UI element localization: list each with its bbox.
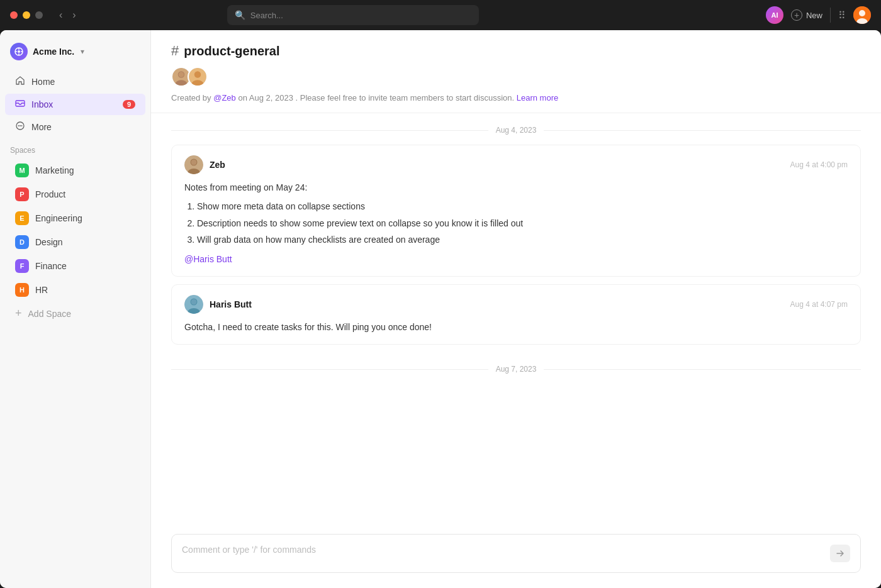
finance-badge: F — [15, 259, 29, 273]
date-line-right-2 — [544, 369, 861, 370]
haris-author-name: Haris Butt — [210, 299, 252, 309]
ai-avatar: AI — [766, 6, 783, 24]
zeb-list: Show more meta data on collapse sections… — [184, 199, 848, 247]
inbox-badge: 9 — [123, 100, 135, 109]
search-icon: 🔍 — [235, 10, 245, 20]
channel-header: # product-general — [151, 30, 881, 113]
sidebar-item-design-label: Design — [35, 237, 63, 247]
fullscreen-wc[interactable] — [35, 11, 43, 19]
forward-button[interactable]: › — [69, 8, 79, 22]
workspace-logo-icon — [14, 47, 24, 57]
new-button[interactable]: + New — [791, 9, 822, 21]
sidebar-item-hr-label: HR — [35, 285, 48, 295]
svg-point-24 — [191, 160, 197, 165]
hr-badge: H — [15, 283, 29, 297]
message-header-zeb: Zeb Aug 4 at 4:00 pm — [184, 155, 848, 174]
channel-desc-on: on — [238, 93, 249, 103]
nav-arrows: ‹ › — [55, 8, 80, 22]
sidebar-item-inbox-label: Inbox — [31, 99, 53, 109]
zeb-body-intro: Notes from meeting on May 24: — [184, 180, 848, 194]
sidebar-item-more-label: More — [31, 122, 52, 132]
hash-icon: # — [171, 43, 179, 59]
haris-avatar — [184, 295, 203, 314]
channel-name: product-general — [184, 44, 279, 58]
messages-area: Aug 4, 2023 Z — [151, 113, 881, 524]
list-item: Will grab data on how many checklists ar… — [197, 233, 848, 247]
date-separator-aug4: Aug 4, 2023 — [171, 113, 861, 145]
user-avatar-img — [853, 6, 871, 24]
date-separator-aug7: Aug 7, 2023 — [171, 352, 861, 384]
zeb-mention[interactable]: @Haris Butt — [184, 254, 232, 264]
haris-body-text: Gotcha, I need to create tasks for this.… — [184, 320, 848, 334]
sidebar-item-engineering[interactable]: E Engineering — [5, 207, 145, 230]
topbar: ‹ › 🔍 Search... AI + New ⠿ — [0, 0, 881, 30]
svg-point-12 — [20, 125, 21, 126]
svg-point-13 — [21, 125, 23, 126]
message-card-haris: Haris Butt Aug 4 at 4:07 pm Gotcha, I ne… — [171, 284, 861, 345]
user-avatar[interactable] — [853, 6, 871, 24]
sidebar-item-home[interactable]: Home — [5, 71, 145, 92]
topbar-right: AI + New ⠿ — [766, 6, 871, 24]
plus-circle-icon: + — [791, 9, 802, 21]
svg-point-1 — [859, 10, 865, 16]
inbox-icon — [15, 98, 25, 111]
sidebar-item-hr[interactable]: H HR — [5, 279, 145, 301]
sidebar-item-product-label: Product — [35, 189, 65, 199]
channel-creator-mention[interactable]: @Zeb — [213, 93, 236, 103]
workspace-logo — [10, 43, 28, 60]
sidebar-item-design[interactable]: D Design — [5, 231, 145, 253]
ai-label: AI — [771, 11, 778, 19]
add-space-button[interactable]: + Add Space — [5, 302, 145, 325]
svg-point-28 — [191, 299, 197, 304]
sidebar-item-product[interactable]: P Product — [5, 183, 145, 206]
zeb-avatar — [184, 155, 203, 174]
home-icon — [15, 75, 25, 88]
sidebar-item-more[interactable]: More — [5, 116, 145, 138]
comment-placeholder: Comment or type '/' for commands — [182, 545, 316, 555]
window-controls — [10, 11, 43, 19]
date-line-left — [171, 130, 488, 131]
channel-desc-created: Created by — [171, 93, 213, 103]
workspace-header[interactable]: Acme Inc. ▾ — [0, 40, 150, 70]
svg-point-11 — [18, 125, 20, 126]
grid-icon[interactable]: ⠿ — [838, 9, 846, 21]
learn-more-link[interactable]: Learn more — [517, 93, 558, 103]
add-icon: + — [15, 307, 22, 320]
sidebar-item-home-label: Home — [31, 77, 55, 87]
message-author-zeb: Zeb — [184, 155, 225, 174]
minimize-wc[interactable] — [23, 11, 30, 19]
channel-description: Created by @Zeb on Aug 2, 2023 . Please … — [171, 93, 861, 103]
send-icon — [836, 549, 845, 558]
date-line-right — [544, 130, 861, 131]
svg-point-17 — [179, 72, 184, 77]
channel-title: # product-general — [171, 43, 861, 59]
engineering-badge: E — [15, 211, 29, 225]
spaces-header: Spaces — [0, 138, 150, 158]
channel-desc-text: . Please feel free to invite team member… — [296, 93, 515, 103]
ai-button[interactable]: AI — [766, 6, 783, 24]
sidebar-item-finance[interactable]: F Finance — [5, 255, 145, 277]
product-badge: P — [15, 187, 29, 201]
sidebar-item-inbox[interactable]: Inbox 9 — [5, 94, 145, 115]
sidebar-item-marketing[interactable]: M Marketing — [5, 159, 145, 182]
sidebar-item-finance-label: Finance — [35, 261, 67, 271]
more-icon — [15, 121, 25, 133]
sidebar-item-engineering-label: Engineering — [35, 213, 82, 223]
workspace-chevron-icon: ▾ — [81, 47, 84, 56]
workspace-name: Acme Inc. — [33, 47, 74, 57]
back-button[interactable]: ‹ — [55, 8, 66, 22]
haris-msg-time: Aug 4 at 4:07 pm — [790, 300, 848, 309]
list-item: Show more meta data on collapse sections — [197, 199, 848, 213]
channel-avatars — [171, 67, 861, 87]
comment-box[interactable]: Comment or type '/' for commands — [171, 534, 861, 573]
zeb-message-body: Notes from meeting on May 24: Show more … — [184, 180, 848, 266]
close-wc[interactable] — [10, 11, 18, 19]
list-item: Description needs to show some preview t… — [197, 216, 848, 230]
main-layout: Acme Inc. ▾ Home Inbox 9 — [0, 30, 881, 588]
date-label-aug7: Aug 7, 2023 — [496, 365, 537, 374]
message-header-haris: Haris Butt Aug 4 at 4:07 pm — [184, 295, 848, 314]
comment-send-button[interactable] — [830, 545, 850, 562]
svg-point-4 — [18, 50, 20, 53]
search-bar[interactable]: 🔍 Search... — [227, 5, 479, 25]
sidebar-item-marketing-label: Marketing — [35, 165, 74, 175]
